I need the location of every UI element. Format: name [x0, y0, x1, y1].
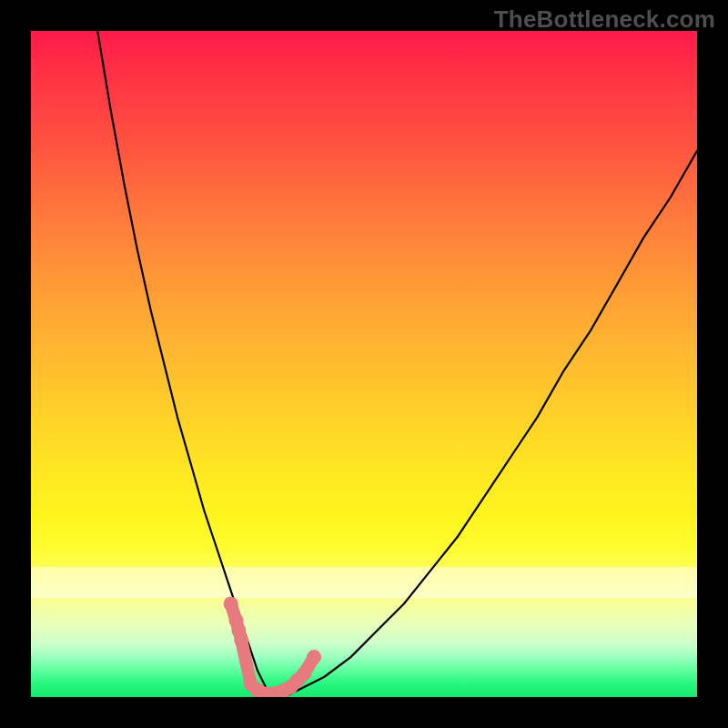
svg-point-11	[297, 666, 311, 681]
chart-svg	[31, 31, 697, 697]
watermark-text: TheBottleneck.com	[494, 5, 715, 34]
svg-point-3	[234, 633, 248, 648]
svg-point-12	[307, 650, 321, 664]
chart-frame: TheBottleneck.com	[0, 0, 728, 728]
bottleneck-curve-line	[97, 31, 697, 697]
plot-area	[31, 31, 697, 697]
svg-point-0	[224, 597, 238, 612]
